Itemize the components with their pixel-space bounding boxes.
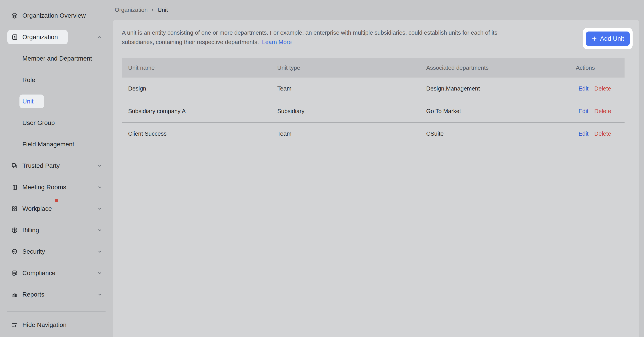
sidebar-item-meeting-rooms[interactable]: Meeting Rooms (0, 177, 113, 198)
cell-unit-name: Client Success (122, 130, 271, 137)
cell-associated-departments: CSuite (420, 130, 570, 137)
contact-book-icon (11, 34, 18, 40)
chevron-down-icon (96, 291, 103, 298)
cell-associated-departments: Go To Market (420, 108, 570, 115)
chevron-down-icon (96, 162, 103, 169)
tour-spotlight: Add Unit (583, 28, 632, 49)
sidebar-item-label: Trusted Party (22, 162, 60, 169)
delete-link[interactable]: Delete (594, 108, 611, 115)
chevron-down-icon (96, 184, 103, 191)
unit-description: A unit is an entity consisting of one or… (122, 28, 563, 47)
sidebar-item-label: Organization (22, 33, 58, 41)
bar-chart-icon (11, 291, 18, 298)
sidebar-item-label: Billing (22, 227, 39, 234)
chevron-down-icon (96, 227, 103, 234)
cell-actions: Edit Delete (570, 85, 624, 92)
cell-unit-type: Subsidiary (271, 108, 420, 115)
collapse-menu-icon (11, 322, 18, 328)
sidebar-item-user-group[interactable]: User Group (0, 112, 113, 134)
column-header-unit-name: Unit name (122, 64, 271, 71)
sidebar-nav: Organization Overview Organization (0, 0, 113, 336)
sidebar-item-label: Member and Department (22, 55, 92, 62)
column-header-unit-type: Unit type (271, 64, 420, 71)
add-unit-button[interactable]: Add Unit (586, 31, 630, 46)
document-badge-icon (11, 270, 18, 277)
cell-unit-type: Team (271, 85, 420, 92)
sidebar-item-label: Meeting Rooms (22, 184, 66, 191)
add-unit-label: Add Unit (600, 35, 624, 42)
plus-icon (592, 36, 597, 41)
chevron-down-icon (96, 270, 103, 277)
description-line-2-wrap: subsidiaries, containing their respectiv… (122, 37, 563, 47)
edit-link[interactable]: Edit (578, 130, 588, 137)
sidebar-item-member-and-department[interactable]: Member and Department (0, 48, 113, 69)
sidebar-item-workplace[interactable]: Workplace (0, 198, 113, 219)
cell-unit-type: Team (271, 130, 420, 137)
admin-console-screen: Organization Overview Organization (0, 0, 644, 337)
sidebar-item-organization-overview[interactable]: Organization Overview (0, 5, 113, 26)
sidebar-item-label: Role (22, 76, 35, 84)
chevron-down-icon (96, 205, 103, 212)
dollar-circle-icon (11, 227, 18, 234)
shield-check-icon (11, 248, 18, 255)
description-line-2: subsidiaries, containing their respectiv… (122, 39, 259, 45)
notification-dot (55, 199, 58, 202)
delete-link[interactable]: Delete (594, 85, 611, 92)
sidebar-item-label: Security (22, 248, 45, 255)
sidebar-item-organization[interactable]: Organization (0, 26, 113, 48)
sidebar-item-reports[interactable]: Reports (0, 284, 113, 305)
sidebar-item-label: User Group (22, 119, 55, 126)
column-header-associated-departments: Associated departments (420, 64, 570, 71)
delete-link[interactable]: Delete (594, 130, 611, 137)
hide-navigation-label: Hide Navigation (22, 321, 67, 329)
sidebar-item-trusted-party[interactable]: Trusted Party (0, 155, 113, 177)
sidebar-item-label: Field Management (22, 141, 74, 148)
cell-unit-name: Subsidiary company A (122, 108, 271, 115)
edit-link[interactable]: Edit (578, 108, 588, 115)
content-card: A unit is an entity consisting of one or… (113, 20, 639, 337)
table-row: Client Success Team CSuite Edit Delete (122, 123, 624, 145)
chevron-down-icon (96, 248, 103, 255)
door-icon (11, 184, 18, 191)
sidebar-item-label: Compliance (22, 270, 56, 277)
sidebar-item-label: Unit (22, 98, 34, 105)
table-row: Design Team Design,Management Edit Delet… (122, 77, 624, 100)
trusted-party-icon (11, 162, 18, 169)
sidebar-item-compliance[interactable]: Compliance (0, 262, 113, 284)
sidebar-item-label: Organization Overview (22, 12, 86, 19)
cell-associated-departments: Design,Management (420, 85, 570, 92)
learn-more-link[interactable]: Learn More (262, 39, 292, 45)
breadcrumb-current: Unit (158, 6, 168, 13)
sidebar-item-unit[interactable]: Unit (0, 91, 113, 112)
table-header-row: Unit name Unit type Associated departmen… (122, 58, 624, 77)
cell-actions: Edit Delete (570, 108, 624, 115)
column-header-actions: Actions (570, 64, 624, 71)
breadcrumb: Organization Unit (113, 0, 644, 20)
grid-icon (11, 205, 18, 212)
chevron-up-icon (96, 34, 103, 40)
cell-actions: Edit Delete (570, 130, 624, 137)
description-line-1: A unit is an entity consisting of one or… (122, 28, 563, 37)
sidebar-item-label: Workplace (22, 205, 52, 212)
sidebar-item-security[interactable]: Security (0, 241, 113, 262)
sidebar-item-field-management[interactable]: Field Management (0, 134, 113, 155)
sidebar-item-billing[interactable]: Billing (0, 219, 113, 241)
hide-navigation-button[interactable]: Hide Navigation (0, 314, 113, 336)
sidebar: Organization Overview Organization (0, 0, 113, 337)
sidebar-item-role[interactable]: Role (0, 69, 113, 91)
chevron-right-icon (149, 7, 156, 13)
layers-icon (11, 12, 18, 19)
cell-unit-name: Design (122, 85, 271, 92)
breadcrumb-parent[interactable]: Organization (115, 6, 148, 13)
sidebar-item-label: Reports (22, 291, 44, 298)
table-row: Subsidiary company A Subsidiary Go To Ma… (122, 100, 624, 123)
unit-table: Unit name Unit type Associated departmen… (122, 58, 624, 145)
edit-link[interactable]: Edit (578, 85, 588, 92)
sidebar-divider (8, 311, 106, 312)
